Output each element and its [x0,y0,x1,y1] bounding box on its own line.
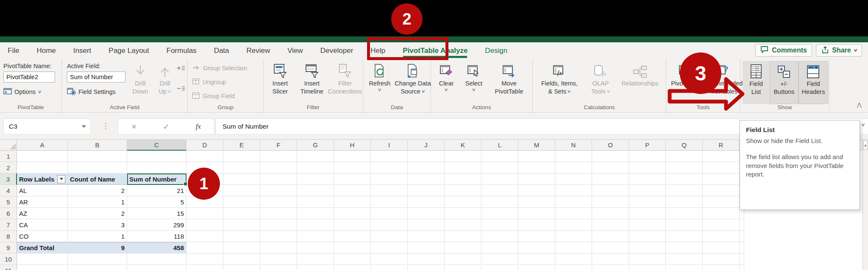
cell-m2[interactable] [518,162,555,174]
cell-r9[interactable] [703,242,740,253]
cell-c2[interactable] [127,162,186,174]
clear-button[interactable]: Clear [434,61,459,92]
cell-f6[interactable] [260,208,297,219]
tab-file[interactable]: File [8,42,19,59]
cell-l9[interactable] [481,242,518,253]
cell-g9[interactable] [297,242,334,253]
cell-e3[interactable] [223,174,260,185]
cell-n3[interactable] [555,174,592,185]
cell-n2[interactable] [555,162,592,174]
cell-a8[interactable]: CO [17,231,68,242]
cell-j4[interactable] [408,185,445,196]
cell-k9[interactable] [445,242,481,253]
row-header-8[interactable]: 8 [0,231,17,242]
cell-h1[interactable] [334,151,371,162]
cell-e6[interactable] [223,208,260,219]
cell-i3[interactable] [371,174,408,185]
move-pivottable-button[interactable]: Move PivotTable [489,61,529,96]
cell-b9[interactable]: 9 [68,242,127,253]
cell-q8[interactable] [666,231,703,242]
cell-a5[interactable]: AR [17,196,68,208]
formula-bar-expand-icon[interactable] [861,123,865,127]
cell-b8[interactable]: 1 [68,231,127,242]
cell-i2[interactable] [371,162,408,174]
cell-m4[interactable] [518,185,555,196]
cell-j9[interactable] [408,242,445,253]
cell-j6[interactable] [408,208,445,219]
cell-n6[interactable] [555,208,592,219]
fields-items-sets-button[interactable]: fx Fields, Items, & Sets [534,61,584,96]
cell-a1[interactable] [17,151,68,162]
cell-c6[interactable]: 15 [127,208,186,219]
cell-e4[interactable] [223,185,260,196]
cell-n11[interactable] [555,265,592,270]
cell-c4[interactable]: 21 [127,185,186,196]
cell-j7[interactable] [408,219,445,231]
cell-m11[interactable] [518,265,555,270]
cell-n10[interactable] [555,253,592,265]
select-button[interactable]: Select [461,61,487,92]
column-header-k[interactable]: K [445,140,481,151]
cell-c7[interactable]: 299 [127,219,186,231]
cell-p8[interactable] [629,231,666,242]
column-header-e[interactable]: E [223,140,260,151]
cell-h6[interactable] [334,208,371,219]
cell-n7[interactable] [555,219,592,231]
cell-d10[interactable] [186,253,223,265]
cell-e5[interactable] [223,196,260,208]
cell-k1[interactable] [445,151,481,162]
cell-g11[interactable] [297,265,334,270]
cell-o8[interactable] [592,231,629,242]
cell-a4[interactable]: AL [17,185,68,196]
cell-c8[interactable]: 118 [127,231,186,242]
cell-b2[interactable] [68,162,127,174]
column-header-j[interactable]: J [408,140,445,151]
cell-b1[interactable] [68,151,127,162]
column-header-f[interactable]: F [260,140,297,151]
cell-j3[interactable] [408,174,445,185]
cell-k8[interactable] [445,231,481,242]
cell-e11[interactable] [223,265,260,270]
column-header-m[interactable]: M [518,140,555,151]
cell-h10[interactable] [334,253,371,265]
change-data-source-button[interactable]: Change Data Source [395,61,430,96]
cell-q7[interactable] [666,219,703,231]
cell-b3[interactable]: Count of Name [68,174,127,185]
cell-p3[interactable] [629,174,666,185]
column-header-h[interactable]: H [334,140,371,151]
cell-l2[interactable] [481,162,518,174]
cell-p1[interactable] [629,151,666,162]
cell-i9[interactable] [371,242,408,253]
cell-g2[interactable] [297,162,334,174]
row-header-5[interactable]: 5 [0,196,17,208]
cell-k7[interactable] [445,219,481,231]
cell-f10[interactable] [260,253,297,265]
column-header-n[interactable]: N [555,140,592,151]
cell-d1[interactable] [186,151,223,162]
cell-n5[interactable] [555,196,592,208]
column-header-q[interactable]: Q [666,140,703,151]
cell-j10[interactable] [408,253,445,265]
cell-h4[interactable] [334,185,371,196]
cell-f2[interactable] [260,162,297,174]
cell-c5[interactable]: 5 [127,196,186,208]
cell-k2[interactable] [445,162,481,174]
pivottable-name-input[interactable]: PivotTable2 [3,72,55,83]
name-box[interactable]: C3 [3,118,91,135]
cell-b7[interactable]: 3 [68,219,127,231]
cell-p9[interactable] [629,242,666,253]
cell-i4[interactable] [371,185,408,196]
comments-button[interactable]: Comments [755,44,812,57]
scroll-up-button[interactable] [863,141,868,150]
cell-k10[interactable] [445,253,481,265]
cell-c11[interactable] [127,265,186,270]
enter-icon[interactable]: ✓ [163,122,170,132]
cell-l1[interactable] [481,151,518,162]
cell-q11[interactable] [666,265,703,270]
cell-g3[interactable] [297,174,334,185]
cell-l6[interactable] [481,208,518,219]
row-header-9[interactable]: 9 [0,242,17,253]
cell-m5[interactable] [518,196,555,208]
column-header-l[interactable]: L [481,140,518,151]
cell-j8[interactable] [408,231,445,242]
